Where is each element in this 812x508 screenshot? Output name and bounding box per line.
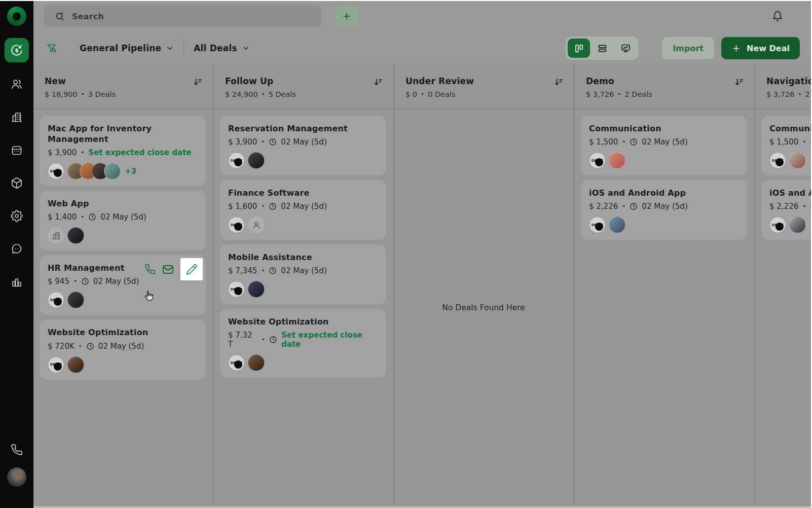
sidebar-item-settings[interactable] (11, 210, 23, 222)
view-kanban-button[interactable] (568, 39, 590, 58)
search-input[interactable]: Search (44, 6, 321, 27)
deal-close-date[interactable]: 02 May (5d) (281, 202, 326, 211)
column-title: Under Review (405, 76, 474, 86)
plus-icon (342, 11, 352, 21)
deal-close-date[interactable]: 02 May (5d) (642, 202, 687, 211)
column-total: $ 24,900 (225, 90, 258, 98)
deal-close-date[interactable]: 02 May (5d) (642, 137, 687, 147)
plus-icon (731, 44, 741, 53)
column-deal-count: 3 Deals (88, 90, 116, 98)
view-forecast-button[interactable] (614, 39, 637, 58)
deal-close-date[interactable]: 02 May (5d) (281, 137, 326, 147)
deal-title: Website Optimization (228, 316, 378, 327)
pipeline-selector[interactable]: General Pipeline (80, 43, 174, 53)
column-cards: Communication $ 1,500 • 02 May (5d) DRƒF… (755, 110, 812, 506)
deal-card[interactable]: Website Optimization $ 720K • 02 May (5d… (40, 319, 206, 379)
sidebar-item-deals[interactable]: $ (5, 38, 29, 62)
deal-card[interactable]: Website Optimization $ 7.32 T • Set expe… (220, 309, 386, 378)
deal-card[interactable]: Finance Software $ 1,600 • 02 May (5d) D… (220, 180, 386, 240)
notifications-button[interactable] (772, 11, 783, 22)
column-total: $ 3,726 (586, 90, 614, 98)
pipeline-column: Follow Up $ 24,900 • 5 Deals Reservation… (214, 64, 394, 506)
sort-icon[interactable] (734, 77, 744, 108)
sort-icon[interactable] (373, 77, 383, 108)
contact-avatar (104, 163, 121, 179)
chevron-down-icon (166, 44, 174, 52)
column-stats: $ 3,726 • 2 Deals (586, 90, 652, 98)
new-deal-button[interactable]: New Deal (721, 37, 800, 59)
sidebar-item-companies[interactable] (11, 111, 23, 123)
sidebar-item-reports[interactable] (11, 276, 23, 288)
deal-close-date[interactable]: 02 May (5d) (100, 212, 146, 222)
deal-meta: $ 3,900 • Set expected close date (48, 148, 198, 157)
horizontal-scrollbar[interactable] (33, 506, 812, 508)
deal-card[interactable]: HR Management $ 945 • 02 May (5d) DRƒFT (40, 255, 206, 315)
deal-card[interactable]: Mobile Assistance $ 7,345 • 02 May (5d) … (220, 244, 386, 304)
deal-title: Web App (48, 198, 198, 209)
email-action-button[interactable] (162, 263, 174, 276)
sort-icon[interactable] (193, 77, 203, 108)
column-total: $ 0 (405, 90, 417, 98)
sidebar-item-calendar[interactable] (11, 144, 23, 156)
clock-icon (269, 267, 277, 275)
column-header: Under Review $ 0 • 0 Deals (394, 64, 574, 110)
filter-button[interactable] (46, 43, 57, 54)
deal-meta: $ 2,226 • 02 May (5d) (589, 202, 739, 211)
deal-meta: $ 2,226 • 02 May (5d) (769, 202, 812, 211)
clock-icon (81, 277, 89, 285)
view-list-button[interactable] (591, 39, 613, 58)
deal-close-date[interactable]: Set expected close date (88, 148, 191, 157)
kanban-view-icon (574, 43, 584, 54)
contact-avatar (248, 281, 265, 298)
import-button[interactable]: Import (662, 37, 714, 59)
deal-title: iOS and Android App (589, 188, 739, 198)
deal-amount: $ 3,900 (228, 137, 257, 147)
deal-card[interactable]: iOS and Android App $ 2,226 • 02 May (5d… (581, 180, 747, 240)
sidebar-item-products[interactable] (11, 177, 23, 189)
svg-text:$: $ (15, 47, 18, 53)
deal-close-date[interactable]: 02 May (5d) (98, 342, 144, 351)
pipeline-column: New $ 18,900 • 3 Deals Mac App for Inven… (33, 64, 214, 506)
filter-funnel-icon (46, 43, 57, 54)
deal-close-date[interactable]: 02 May (5d) (281, 266, 326, 275)
quick-add-button[interactable] (335, 5, 358, 28)
deal-card[interactable]: Communication $ 1,500 • 02 May (5d) DRƒF… (761, 116, 812, 175)
deals-filter-selector[interactable]: All Deals (194, 43, 250, 53)
deal-card[interactable]: Mac App for Inventory Management $ 3,900… (40, 116, 206, 186)
deal-meta: $ 1,500 • 02 May (5d) (769, 137, 812, 147)
company-logo-avatar: DRƒFT (228, 152, 245, 169)
column-title: Navigation (766, 76, 812, 86)
column-header: Demo $ 3,726 • 2 Deals (575, 64, 754, 110)
deal-close-date[interactable]: Set expected close date (281, 331, 378, 349)
column-title: New (45, 76, 116, 86)
deal-amount: $ 1,500 (769, 137, 798, 147)
pipeline-selector-label: General Pipeline (80, 43, 161, 53)
sort-icon[interactable] (553, 77, 564, 108)
deal-card[interactable]: Web App $ 1,400 • 02 May (5d) (40, 191, 206, 250)
company-logo-avatar: DRƒFT (769, 216, 786, 233)
profile-avatar[interactable] (7, 467, 26, 487)
sidebar-item-conversations[interactable] (11, 243, 23, 255)
edit-action-button[interactable] (180, 258, 203, 280)
column-cards: No Deals Found Here (394, 110, 574, 506)
contacts-icon (11, 78, 23, 90)
column-deal-count: 0 Deals (428, 90, 455, 98)
package-icon (11, 177, 23, 189)
company-logo-avatar: DRƒFT (48, 292, 64, 308)
call-action-button[interactable] (144, 264, 156, 275)
deal-close-date[interactable]: 02 May (5d) (93, 277, 139, 286)
bell-icon (772, 11, 783, 22)
sidebar-item-contacts[interactable] (11, 78, 23, 90)
pipeline-column: Under Review $ 0 • 0 Deals No Deals Foun… (394, 64, 575, 506)
deal-amount: $ 2,226 (769, 202, 798, 211)
contact-avatar (67, 292, 84, 308)
sidebar-item-calls[interactable] (11, 444, 23, 456)
deal-meta: $ 1,600 • 02 May (5d) (228, 202, 378, 211)
person-placeholder-avatar (248, 216, 265, 233)
deal-card[interactable]: Communication $ 1,500 • 02 May (5d) DRƒF… (581, 116, 747, 175)
deal-card[interactable]: iOS and Android App $ 2,226 • 02 May (5d… (761, 180, 812, 240)
clock-icon (630, 202, 638, 210)
column-stats: $ 0 • 0 Deals (405, 90, 474, 98)
deal-amount: $ 1,600 (228, 202, 257, 211)
deal-card[interactable]: Reservation Management $ 3,900 • 02 May … (220, 116, 386, 175)
